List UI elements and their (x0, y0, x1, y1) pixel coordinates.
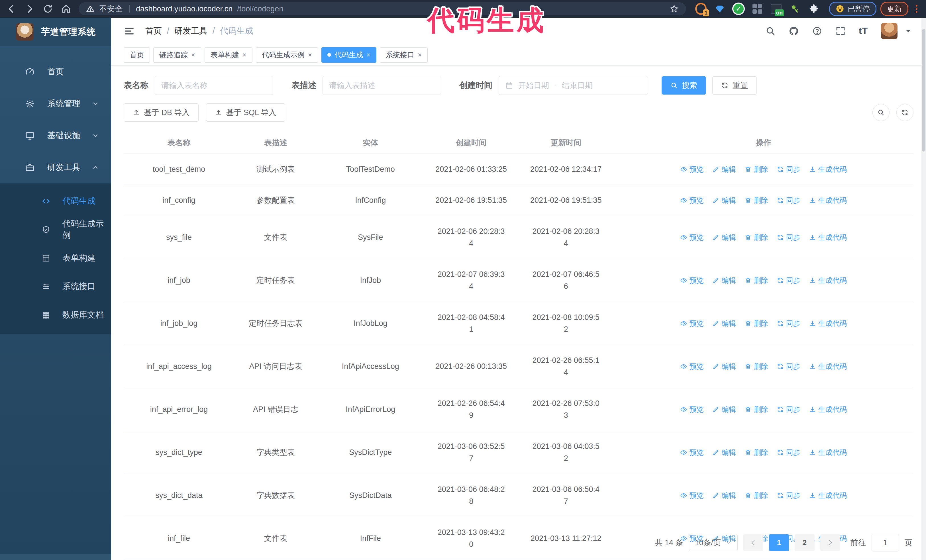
scrollbar-thumb[interactable] (922, 29, 925, 151)
sidebar-subitem-代码生成示例[interactable]: 代码生成示例 (0, 215, 111, 244)
action-生成代码-link[interactable]: 生成代码 (809, 163, 847, 175)
action-删除-link[interactable]: 删除 (744, 317, 768, 329)
import-sql-button[interactable]: 基于 SQL 导入 (206, 103, 285, 122)
action-删除-link[interactable]: 删除 (744, 360, 768, 372)
font-size-icon[interactable]: tT (859, 26, 868, 36)
action-编辑-link[interactable]: 编辑 (712, 360, 736, 372)
tab-链路追踪[interactable]: 链路追踪× (153, 47, 201, 63)
table-desc-input[interactable] (322, 76, 441, 95)
address-bar[interactable]: 不安全 dashboard.yudao.iocoder.cn/tool/code… (79, 2, 686, 15)
action-编辑-link[interactable]: 编辑 (712, 194, 736, 206)
action-编辑-link[interactable]: 编辑 (712, 274, 736, 286)
date-range-picker[interactable]: 开始日期 - 结束日期 (499, 76, 648, 95)
tab-代码生成[interactable]: 代码生成× (321, 47, 377, 63)
action-预览-link[interactable]: 预览 (680, 274, 704, 286)
sidebar-item-研发工具[interactable]: 研发工具 (0, 151, 111, 183)
extension-dark-icon[interactable]: on (770, 3, 782, 15)
security-label[interactable]: 不安全 (99, 4, 123, 14)
extension-key-icon[interactable] (789, 3, 800, 15)
action-预览-link[interactable]: 预览 (680, 231, 704, 243)
action-删除-link[interactable]: 删除 (744, 194, 768, 206)
action-编辑-link[interactable]: 编辑 (712, 231, 736, 243)
action-编辑-link[interactable]: 编辑 (712, 163, 736, 175)
action-同步-link[interactable]: 同步 (777, 317, 800, 329)
bookmark-star-icon[interactable] (670, 4, 679, 14)
action-删除-link[interactable]: 删除 (744, 163, 768, 175)
prev-page-button[interactable] (743, 534, 763, 551)
sidebar-subitem-代码生成[interactable]: 代码生成 (0, 187, 111, 215)
sidebar-subitem-数据库文档[interactable]: 数据库文档 (0, 301, 111, 329)
tab-close-icon[interactable]: × (308, 51, 312, 58)
action-编辑-link[interactable]: 编辑 (712, 403, 736, 415)
start-date-placeholder[interactable]: 开始日期 (518, 80, 549, 91)
action-删除-link[interactable]: 删除 (744, 489, 768, 501)
refresh-table-button[interactable] (896, 104, 914, 121)
action-预览-link[interactable]: 预览 (680, 163, 704, 175)
action-删除-link[interactable]: 删除 (744, 403, 768, 415)
tab-表单构建[interactable]: 表单构建× (204, 47, 253, 63)
reset-button[interactable]: 重置 (712, 76, 757, 95)
back-icon[interactable] (6, 4, 17, 14)
extension-gem-icon[interactable] (714, 3, 725, 15)
import-db-button[interactable]: 基于 DB 导入 (124, 103, 198, 122)
page-button-1[interactable]: 1 (769, 534, 789, 551)
sidebar-item-系统管理[interactable]: 系统管理 (0, 88, 111, 120)
action-生成代码-link[interactable]: 生成代码 (809, 446, 847, 458)
action-同步-link[interactable]: 同步 (777, 194, 800, 206)
next-page-button[interactable] (820, 534, 840, 551)
action-预览-link[interactable]: 预览 (680, 317, 704, 329)
toggle-search-button[interactable] (872, 104, 890, 121)
tab-首页[interactable]: 首页 (124, 47, 150, 63)
hamburger-icon[interactable] (124, 25, 135, 37)
help-icon[interactable] (812, 26, 822, 36)
forward-icon[interactable] (24, 4, 35, 14)
action-生成代码-link[interactable]: 生成代码 (809, 231, 847, 243)
fullscreen-icon[interactable] (835, 26, 846, 36)
tab-close-icon[interactable]: × (418, 51, 422, 58)
page-button-2[interactable]: 2 (794, 534, 815, 551)
action-生成代码-link[interactable]: 生成代码 (809, 317, 847, 329)
action-预览-link[interactable]: 预览 (680, 403, 704, 415)
breadcrumb-item[interactable]: 首页 (145, 25, 162, 37)
sidebar-subitem-表单构建[interactable]: 表单构建 (0, 244, 111, 272)
action-同步-link[interactable]: 同步 (777, 274, 800, 286)
goto-page-input[interactable] (872, 534, 899, 551)
github-icon[interactable] (789, 26, 799, 36)
logo[interactable]: 芋道管理系统 (0, 18, 111, 46)
page-size-select[interactable]: 10条/页 (688, 534, 738, 551)
action-同步-link[interactable]: 同步 (777, 231, 800, 243)
action-同步-link[interactable]: 同步 (777, 163, 800, 175)
extension-grid-icon[interactable] (752, 3, 763, 15)
search-button[interactable]: 搜索 (661, 76, 706, 95)
tab-代码生成示例[interactable]: 代码生成示例× (256, 47, 318, 63)
action-删除-link[interactable]: 删除 (744, 231, 768, 243)
avatar[interactable] (881, 23, 897, 39)
action-生成代码-link[interactable]: 生成代码 (809, 360, 847, 372)
table-name-input[interactable] (155, 76, 273, 95)
tab-系统接口[interactable]: 系统接口× (380, 47, 428, 63)
action-生成代码-link[interactable]: 生成代码 (809, 194, 847, 206)
action-删除-link[interactable]: 删除 (744, 274, 768, 286)
tab-close-icon[interactable]: × (242, 51, 247, 58)
action-生成代码-link[interactable]: 生成代码 (809, 403, 847, 415)
action-同步-link[interactable]: 同步 (777, 489, 800, 501)
extension-orange-icon[interactable]: 1 (695, 3, 707, 15)
sidebar-collapse-bar[interactable] (0, 554, 111, 560)
action-编辑-link[interactable]: 编辑 (712, 446, 736, 458)
reload-icon[interactable] (43, 4, 53, 14)
profile-paused-button[interactable]: 已暂停 (829, 2, 876, 16)
action-编辑-link[interactable]: 编辑 (712, 317, 736, 329)
action-生成代码-link[interactable]: 生成代码 (809, 274, 847, 286)
sidebar-item-首页[interactable]: 首页 (0, 56, 111, 88)
home-icon[interactable] (61, 4, 71, 14)
action-预览-link[interactable]: 预览 (680, 360, 704, 372)
search-icon[interactable] (765, 26, 776, 36)
browser-scrollbar[interactable] (921, 18, 926, 560)
extension-check-icon[interactable]: ✓ (733, 3, 744, 15)
action-预览-link[interactable]: 预览 (680, 446, 704, 458)
action-同步-link[interactable]: 同步 (777, 446, 800, 458)
action-生成代码-link[interactable]: 生成代码 (809, 489, 847, 501)
end-date-placeholder[interactable]: 结束日期 (562, 80, 593, 91)
avatar-caret-down-icon[interactable] (903, 26, 914, 36)
browser-menu-icon[interactable] (914, 5, 920, 13)
